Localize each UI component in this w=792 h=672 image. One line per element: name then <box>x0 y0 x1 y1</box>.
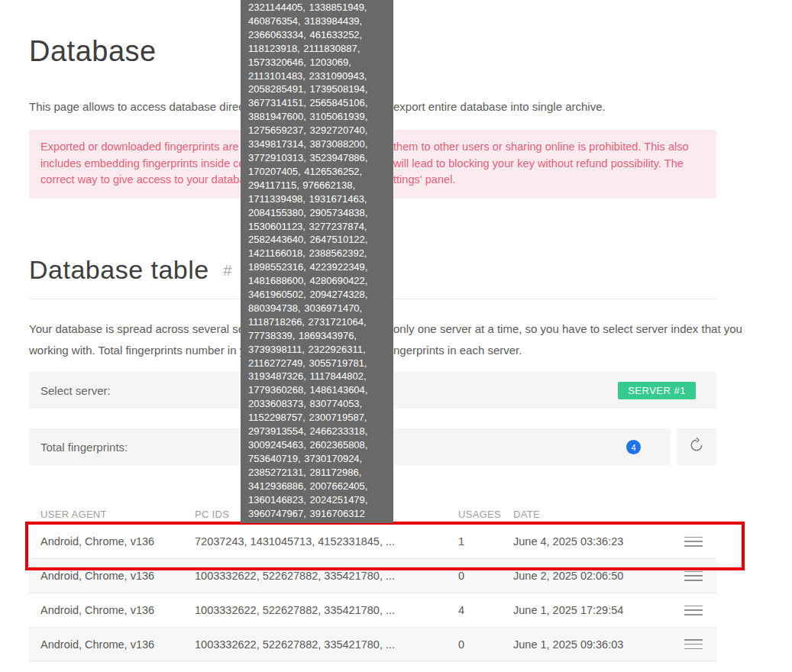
fingerprints-table: USER AGENT PC IDS USAGES DATE Android, C… <box>29 504 716 661</box>
table-row[interactable]: Android, Chrome, v136 72037243, 14310457… <box>29 524 716 558</box>
server-1-button[interactable]: SERVER #1 <box>618 382 696 399</box>
description-text: only one server at a time, so you have t… <box>393 322 742 335</box>
refresh-icon <box>688 437 705 457</box>
description-text: Your database is spread across several s… <box>29 322 264 335</box>
row-menu-icon[interactable] <box>684 537 703 547</box>
warning-text: ttings' panel. <box>393 173 455 186</box>
pc-ids-tooltip: 2321144405, 1338851949, 460876354, 31839… <box>241 0 393 523</box>
cell-usages: 1 <box>458 535 513 548</box>
column-header-user-agent: USER AGENT <box>40 509 195 520</box>
intro-paragraph: This page allows to access database dire… <box>29 100 762 115</box>
cell-date: June 2, 2025 02:06:50 <box>513 570 681 582</box>
cell-date: June 1, 2025 09:36:03 <box>513 638 681 651</box>
row-menu-icon[interactable] <box>684 606 703 615</box>
section-title: Database table <box>29 255 209 284</box>
description-text: working with. Total fingerprints number … <box>29 344 252 357</box>
description-line: Your database is spread across several s… <box>29 322 785 344</box>
warning-text: them to other users or sharing online is… <box>393 141 689 153</box>
row-menu-icon[interactable] <box>684 639 703 649</box>
cell-date: June 4, 2025 03:36:23 <box>513 535 681 548</box>
cell-usages: 4 <box>458 604 513 616</box>
table-row[interactable]: Android, Chrome, v136 1003332622, 522627… <box>29 593 716 627</box>
cell-pc-ids[interactable]: 72037243, 1431045713, 4152331845, ... <box>195 535 458 548</box>
total-fingerprints-label: Total fingerprints: <box>40 441 128 454</box>
row-menu-icon[interactable] <box>684 571 703 581</box>
cell-date: June 1, 2025 17:29:54 <box>513 604 681 616</box>
select-server-label: Select server: <box>40 384 111 397</box>
cell-usages: 0 <box>458 570 513 582</box>
description-line: working with. Total fingerprints number … <box>29 344 785 365</box>
section-description: Your database is spread across several s… <box>29 322 785 364</box>
page-title: Database <box>29 35 157 68</box>
cell-user-agent: Android, Chrome, v136 <box>40 570 195 582</box>
refresh-button[interactable] <box>677 428 716 465</box>
table-row[interactable]: Android, Chrome, v136 1003332622, 522627… <box>29 558 716 593</box>
intro-text-right: export entire database into single archi… <box>393 100 606 113</box>
cell-pc-ids[interactable]: 1003332622, 522627882, 335421780, ... <box>195 604 458 616</box>
warning-text: correct way to give access to your datab… <box>40 173 251 186</box>
cell-user-agent: Android, Chrome, v136 <box>40 604 195 616</box>
database-page: Database This page allows to access data… <box>0 0 792 672</box>
warning-text: Exported or downloaded fingerprints are … <box>40 141 245 153</box>
section-anchor-link[interactable]: # <box>223 262 231 279</box>
column-header-usages: USAGES <box>458 509 513 520</box>
warning-text: includes embedding fingerprints inside c… <box>40 157 245 170</box>
cell-usages: 0 <box>458 638 513 651</box>
cell-user-agent: Android, Chrome, v136 <box>40 638 195 651</box>
cell-pc-ids[interactable]: 1003332622, 522627882, 335421780, ... <box>195 638 458 651</box>
description-text: ngerprints in each server. <box>393 344 522 357</box>
column-header-date: DATE <box>513 509 681 520</box>
cell-pc-ids[interactable]: 1003332622, 522627882, 335421780, ... <box>195 570 458 582</box>
warning-text: will lead to blocking your key without r… <box>393 157 684 170</box>
cell-user-agent: Android, Chrome, v136 <box>40 535 195 548</box>
intro-text-left: This page allows to access database dire… <box>29 100 258 113</box>
count-badge: 4 <box>626 440 641 454</box>
table-row[interactable]: Android, Chrome, v136 1003332622, 522627… <box>29 627 716 661</box>
section-heading: Database table # <box>29 255 231 285</box>
